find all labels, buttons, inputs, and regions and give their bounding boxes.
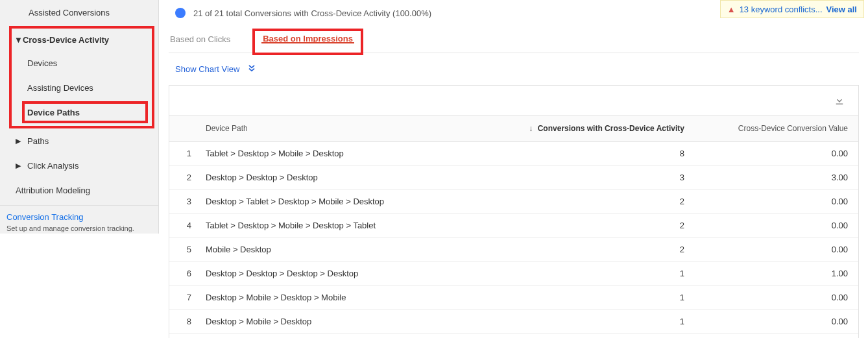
row-index: 8 xyxy=(169,309,195,333)
table-row[interactable]: 6Desktop > Desktop > Desktop > Desktop11… xyxy=(169,261,858,285)
sidebar-item-label: Device Paths xyxy=(27,108,80,117)
cell-device-path: Desktop > Desktop xyxy=(195,333,487,338)
cell-value: 3.00 xyxy=(695,165,858,189)
cell-device-path: Desktop > Mobile > Desktop xyxy=(195,309,487,333)
sidebar-item-attribution-modeling[interactable]: Attribution Modeling xyxy=(0,178,158,202)
show-chart-label: Show Chart View xyxy=(175,64,239,74)
cell-value: 0.00 xyxy=(695,213,858,237)
row-index: 5 xyxy=(169,237,195,261)
summary-text: 21 of 21 total Conversions with Cross-De… xyxy=(193,8,431,18)
device-paths-table: Device Path ↓ Conversions with Cross-Dev… xyxy=(169,115,858,338)
sidebar-item-device-paths[interactable]: Device Paths xyxy=(25,104,145,121)
cell-conversions: 8 xyxy=(487,141,695,165)
cell-value: 0.00 xyxy=(695,285,858,309)
download-icon[interactable] xyxy=(834,95,845,106)
sidebar-item-paths[interactable]: ▶ Paths xyxy=(0,128,158,153)
data-table-card: Device Path ↓ Conversions with Cross-Dev… xyxy=(169,85,859,338)
table-row[interactable]: 9Desktop > Desktop11.00 xyxy=(169,333,858,338)
sidebar-item-click-analysis[interactable]: ▶ Click Analysis xyxy=(0,153,158,178)
sidebar-section-label: Cross-Device Activity xyxy=(23,35,109,45)
row-index: 7 xyxy=(169,285,195,309)
sidebar-item-label: Devices xyxy=(27,58,57,68)
row-index: 1 xyxy=(169,141,195,165)
cell-conversions: 1 xyxy=(487,261,695,285)
cell-conversions: 3 xyxy=(487,165,695,189)
cell-device-path: Desktop > Desktop > Desktop > Desktop xyxy=(195,261,487,285)
cell-value: 1.00 xyxy=(695,333,858,338)
highlight-box-item: Device Paths xyxy=(22,101,148,123)
table-toolbar xyxy=(169,86,858,115)
summary-row: 21 of 21 total Conversions with Cross-De… xyxy=(169,5,859,25)
sort-descending-icon: ↓ xyxy=(529,124,533,133)
row-index: 2 xyxy=(169,165,195,189)
table-row[interactable]: 3Desktop > Tablet > Desktop > Mobile > D… xyxy=(169,189,858,213)
tab-based-on-impressions[interactable]: Based on Impressions xyxy=(261,34,354,47)
double-chevron-down-icon xyxy=(247,64,256,75)
legend-dot-icon xyxy=(175,8,186,18)
cell-device-path: Desktop > Tablet > Desktop > Mobile > De… xyxy=(195,189,487,213)
cell-conversions: 2 xyxy=(487,237,695,261)
row-index: 4 xyxy=(169,213,195,237)
row-index: 6 xyxy=(169,261,195,285)
sidebar-item-label: Click Analysis xyxy=(27,161,78,171)
sidebar: Assisted Conversions ▼ Cross-Device Acti… xyxy=(0,0,159,234)
tabs: Based on Clicks Based on Impressions xyxy=(169,25,859,53)
highlight-box-tab: Based on Impressions xyxy=(252,29,363,55)
table-row[interactable]: 4Tablet > Desktop > Mobile > Desktop > T… xyxy=(169,213,858,237)
table-row[interactable]: 7Desktop > Mobile > Desktop > Mobile10.0… xyxy=(169,285,858,309)
cell-conversions: 1 xyxy=(487,285,695,309)
row-index: 9 xyxy=(169,333,195,338)
sidebar-section-cross-device[interactable]: ▼ Cross-Device Activity xyxy=(12,29,152,51)
cell-value: 0.00 xyxy=(695,237,858,261)
conversion-tracking-sub: Set up and manage conversion tracking. xyxy=(0,224,158,237)
sidebar-item-label: Assisting Devices xyxy=(27,83,93,93)
cell-conversions: 1 xyxy=(487,333,695,338)
cell-value: 0.00 xyxy=(695,141,858,165)
highlight-box-section: ▼ Cross-Device Activity Devices Assistin… xyxy=(9,26,154,128)
cell-conversions: 1 xyxy=(487,309,695,333)
cell-conversions: 2 xyxy=(487,189,695,213)
col-conversions[interactable]: ↓ Conversions with Cross-Device Activity xyxy=(487,115,695,141)
cell-value: 1.00 xyxy=(695,261,858,285)
cell-device-path: Mobile > Desktop xyxy=(195,237,487,261)
sidebar-item-label: Assisted Conversions xyxy=(29,8,110,18)
table-row[interactable]: 8Desktop > Mobile > Desktop10.00 xyxy=(169,309,858,333)
sidebar-item-assisting-devices[interactable]: Assisting Devices xyxy=(12,75,152,100)
col-value[interactable]: Cross-Device Conversion Value xyxy=(695,115,858,141)
sidebar-item-devices[interactable]: Devices xyxy=(12,51,152,75)
cell-conversions: 2 xyxy=(487,213,695,237)
caret-down-icon: ▼ xyxy=(14,35,23,45)
col-device-path[interactable]: Device Path xyxy=(195,115,487,141)
cell-device-path: Desktop > Mobile > Desktop > Mobile xyxy=(195,285,487,309)
sidebar-item-label: Paths xyxy=(27,136,49,146)
cell-device-path: Tablet > Desktop > Mobile > Desktop > Ta… xyxy=(195,213,487,237)
caret-right-icon: ▶ xyxy=(16,137,25,145)
show-chart-toggle[interactable]: Show Chart View xyxy=(169,53,859,85)
col-label: Conversions with Cross-Device Activity xyxy=(538,124,684,133)
sidebar-item-assisted-conversions[interactable]: Assisted Conversions xyxy=(0,0,158,25)
conversion-tracking-link[interactable]: Conversion Tracking xyxy=(0,206,158,224)
cell-value: 0.00 xyxy=(695,189,858,213)
caret-right-icon: ▶ xyxy=(16,162,25,170)
cell-value: 0.00 xyxy=(695,309,858,333)
cell-device-path: Desktop > Desktop > Desktop xyxy=(195,165,487,189)
table-row[interactable]: 2Desktop > Desktop > Desktop33.00 xyxy=(169,165,858,189)
table-row[interactable]: 5Mobile > Desktop20.00 xyxy=(169,237,858,261)
row-index: 3 xyxy=(169,189,195,213)
table-row[interactable]: 1Tablet > Desktop > Mobile > Desktop80.0… xyxy=(169,141,858,165)
main-content: 21 of 21 total Conversions with Cross-De… xyxy=(169,5,859,338)
sidebar-item-label: Attribution Modeling xyxy=(16,186,90,195)
cell-device-path: Tablet > Desktop > Mobile > Desktop xyxy=(195,141,487,165)
tab-based-on-clicks[interactable]: Based on Clicks xyxy=(169,29,232,52)
